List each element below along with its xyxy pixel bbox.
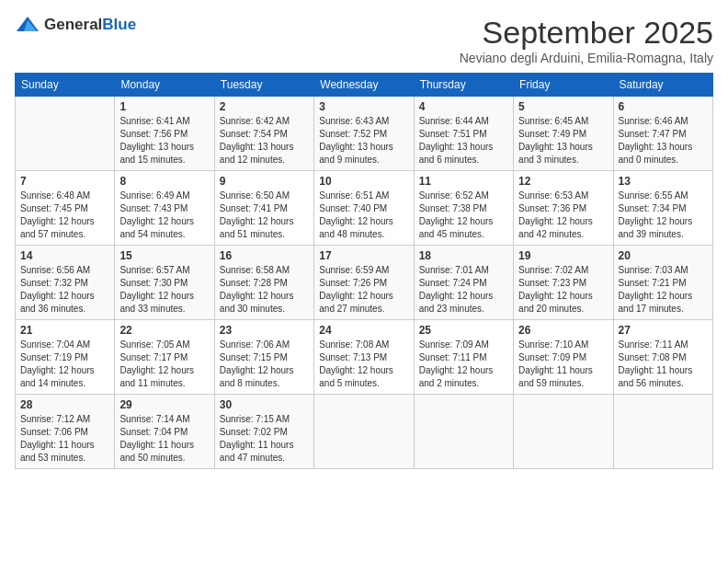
day-number: 16 <box>220 249 309 262</box>
day-cell: 24Sunrise: 7:08 AMSunset: 7:13 PMDayligh… <box>314 320 414 395</box>
day-number: 6 <box>619 100 708 113</box>
day-info: Sunrise: 7:01 AMSunset: 7:24 PMDaylight:… <box>419 264 508 316</box>
day-cell: 27Sunrise: 7:11 AMSunset: 7:08 PMDayligh… <box>613 320 712 395</box>
day-number: 2 <box>220 100 309 113</box>
day-info: Sunrise: 7:10 AMSunset: 7:09 PMDaylight:… <box>518 339 608 390</box>
day-number: 21 <box>20 324 109 337</box>
day-cell: 18Sunrise: 7:01 AMSunset: 7:24 PMDayligh… <box>414 246 513 320</box>
day-cell: 19Sunrise: 7:02 AMSunset: 7:23 PMDayligh… <box>514 246 613 320</box>
day-info: Sunrise: 6:55 AMSunset: 7:34 PMDaylight:… <box>619 190 708 241</box>
day-number: 28 <box>20 398 109 411</box>
week-row-1: 1Sunrise: 6:41 AMSunset: 7:56 PMDaylight… <box>16 97 713 171</box>
day-info: Sunrise: 6:58 AMSunset: 7:28 PMDaylight:… <box>220 264 309 316</box>
day-number: 7 <box>20 175 109 188</box>
day-info: Sunrise: 6:43 AMSunset: 7:52 PMDaylight:… <box>319 115 408 167</box>
day-cell <box>314 395 414 469</box>
day-cell: 12Sunrise: 6:53 AMSunset: 7:36 PMDayligh… <box>514 171 613 246</box>
day-cell: 13Sunrise: 6:55 AMSunset: 7:34 PMDayligh… <box>613 171 712 246</box>
day-cell: 14Sunrise: 6:56 AMSunset: 7:32 PMDayligh… <box>16 246 115 320</box>
weekday-header-friday: Friday <box>514 74 613 97</box>
day-number: 26 <box>518 324 608 337</box>
day-number: 8 <box>119 175 209 188</box>
day-cell: 7Sunrise: 6:48 AMSunset: 7:45 PMDaylight… <box>16 171 115 246</box>
day-cell: 17Sunrise: 6:59 AMSunset: 7:26 PMDayligh… <box>314 246 414 320</box>
day-info: Sunrise: 6:56 AMSunset: 7:32 PMDaylight:… <box>20 264 109 316</box>
weekday-header-tuesday: Tuesday <box>214 74 313 97</box>
day-number: 1 <box>119 100 209 113</box>
day-info: Sunrise: 6:50 AMSunset: 7:41 PMDaylight:… <box>220 190 309 241</box>
weekday-header-saturday: Saturday <box>613 74 712 97</box>
day-info: Sunrise: 6:48 AMSunset: 7:45 PMDaylight:… <box>20 190 109 241</box>
title-area: September 2025 Neviano degli Arduini, Em… <box>460 15 713 65</box>
day-info: Sunrise: 6:59 AMSunset: 7:26 PMDaylight:… <box>319 264 408 316</box>
week-row-2: 7Sunrise: 6:48 AMSunset: 7:45 PMDaylight… <box>16 171 713 246</box>
day-info: Sunrise: 6:57 AMSunset: 7:30 PMDaylight:… <box>119 264 209 316</box>
day-number: 13 <box>619 175 708 188</box>
day-cell: 3Sunrise: 6:43 AMSunset: 7:52 PMDaylight… <box>314 97 414 171</box>
day-cell: 8Sunrise: 6:49 AMSunset: 7:43 PMDaylight… <box>115 171 214 246</box>
day-info: Sunrise: 6:44 AMSunset: 7:51 PMDaylight:… <box>419 115 508 167</box>
weekday-header-monday: Monday <box>115 74 214 97</box>
day-info: Sunrise: 7:08 AMSunset: 7:13 PMDaylight:… <box>319 339 408 390</box>
day-number: 20 <box>619 249 708 262</box>
header: GeneralBlue September 2025 Neviano degli… <box>15 15 713 65</box>
day-number: 27 <box>619 324 708 337</box>
day-info: Sunrise: 6:46 AMSunset: 7:47 PMDaylight:… <box>619 115 708 167</box>
day-number: 3 <box>319 100 408 113</box>
day-info: Sunrise: 6:53 AMSunset: 7:36 PMDaylight:… <box>518 190 608 241</box>
week-row-3: 14Sunrise: 6:56 AMSunset: 7:32 PMDayligh… <box>16 246 713 320</box>
day-info: Sunrise: 7:02 AMSunset: 7:23 PMDaylight:… <box>518 264 608 316</box>
day-cell: 2Sunrise: 6:42 AMSunset: 7:54 PMDaylight… <box>214 97 313 171</box>
day-number: 25 <box>419 324 508 337</box>
day-info: Sunrise: 7:11 AMSunset: 7:08 PMDaylight:… <box>619 339 708 390</box>
subtitle: Neviano degli Arduini, Emilia-Romagna, I… <box>460 51 713 65</box>
day-info: Sunrise: 7:06 AMSunset: 7:15 PMDaylight:… <box>220 339 309 390</box>
day-cell: 1Sunrise: 6:41 AMSunset: 7:56 PMDaylight… <box>115 97 214 171</box>
day-number: 30 <box>220 398 309 411</box>
weekday-header-wednesday: Wednesday <box>314 74 414 97</box>
day-info: Sunrise: 6:52 AMSunset: 7:38 PMDaylight:… <box>419 190 508 241</box>
day-cell: 15Sunrise: 6:57 AMSunset: 7:30 PMDayligh… <box>115 246 214 320</box>
day-number: 10 <box>319 175 408 188</box>
day-cell: 4Sunrise: 6:44 AMSunset: 7:51 PMDaylight… <box>414 97 513 171</box>
weekday-header-thursday: Thursday <box>414 74 513 97</box>
logo-icon <box>15 15 40 35</box>
day-cell <box>514 395 613 469</box>
day-cell <box>613 395 712 469</box>
day-info: Sunrise: 7:12 AMSunset: 7:06 PMDaylight:… <box>20 413 109 465</box>
day-info: Sunrise: 7:05 AMSunset: 7:17 PMDaylight:… <box>119 339 209 390</box>
day-cell: 21Sunrise: 7:04 AMSunset: 7:19 PMDayligh… <box>16 320 115 395</box>
day-info: Sunrise: 6:42 AMSunset: 7:54 PMDaylight:… <box>220 115 309 167</box>
logo-general: General <box>44 16 102 33</box>
day-cell: 22Sunrise: 7:05 AMSunset: 7:17 PMDayligh… <box>115 320 214 395</box>
day-cell: 23Sunrise: 7:06 AMSunset: 7:15 PMDayligh… <box>214 320 313 395</box>
day-number: 18 <box>419 249 508 262</box>
day-info: Sunrise: 6:41 AMSunset: 7:56 PMDaylight:… <box>119 115 209 167</box>
day-cell: 11Sunrise: 6:52 AMSunset: 7:38 PMDayligh… <box>414 171 513 246</box>
day-info: Sunrise: 7:09 AMSunset: 7:11 PMDaylight:… <box>419 339 508 390</box>
day-info: Sunrise: 7:03 AMSunset: 7:21 PMDaylight:… <box>619 264 708 316</box>
day-number: 17 <box>319 249 408 262</box>
day-cell: 6Sunrise: 6:46 AMSunset: 7:47 PMDaylight… <box>613 97 712 171</box>
month-title: September 2025 <box>460 15 713 51</box>
day-cell: 26Sunrise: 7:10 AMSunset: 7:09 PMDayligh… <box>514 320 613 395</box>
week-row-5: 28Sunrise: 7:12 AMSunset: 7:06 PMDayligh… <box>16 395 713 469</box>
logo-blue: Blue <box>102 16 136 33</box>
day-number: 9 <box>220 175 309 188</box>
day-number: 19 <box>518 249 608 262</box>
day-cell <box>16 97 115 171</box>
day-info: Sunrise: 7:04 AMSunset: 7:19 PMDaylight:… <box>20 339 109 390</box>
day-cell: 28Sunrise: 7:12 AMSunset: 7:06 PMDayligh… <box>16 395 115 469</box>
day-cell <box>414 395 513 469</box>
day-number: 5 <box>518 100 608 113</box>
day-info: Sunrise: 6:45 AMSunset: 7:49 PMDaylight:… <box>518 115 608 167</box>
day-cell: 5Sunrise: 6:45 AMSunset: 7:49 PMDaylight… <box>514 97 613 171</box>
day-cell: 16Sunrise: 6:58 AMSunset: 7:28 PMDayligh… <box>214 246 313 320</box>
day-info: Sunrise: 7:14 AMSunset: 7:04 PMDaylight:… <box>119 413 209 465</box>
day-cell: 30Sunrise: 7:15 AMSunset: 7:02 PMDayligh… <box>214 395 313 469</box>
day-cell: 25Sunrise: 7:09 AMSunset: 7:11 PMDayligh… <box>414 320 513 395</box>
week-row-4: 21Sunrise: 7:04 AMSunset: 7:19 PMDayligh… <box>16 320 713 395</box>
day-number: 23 <box>220 324 309 337</box>
day-number: 4 <box>419 100 508 113</box>
weekday-header-sunday: Sunday <box>16 74 115 97</box>
